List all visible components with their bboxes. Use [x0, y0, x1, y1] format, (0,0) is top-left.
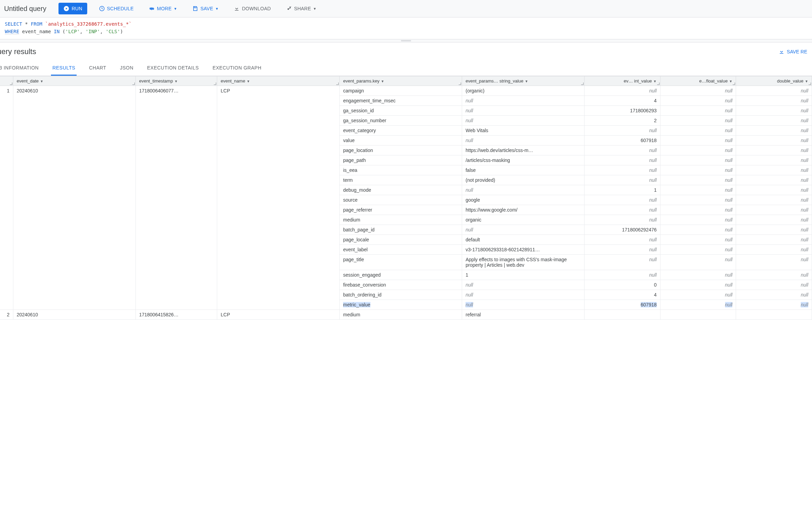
table-cell[interactable]: null [585, 145, 660, 155]
table-cell[interactable]: null [736, 165, 812, 175]
tab-chart[interactable]: CHART [88, 61, 107, 76]
col-event-date[interactable]: event_date▼ [13, 76, 135, 86]
table-cell[interactable]: 20240610 [13, 86, 135, 309]
table-cell[interactable]: page_path [340, 155, 462, 165]
table-cell[interactable]: null [736, 195, 812, 205]
column-menu-icon[interactable]: ▼ [729, 79, 732, 83]
table-cell[interactable]: null [462, 96, 585, 105]
table-cell[interactable]: v3-1718006293318-6021428911… [462, 244, 585, 254]
table-cell[interactable]: null [660, 175, 736, 185]
table-cell[interactable]: ga_session_number [340, 115, 462, 125]
table-cell[interactable]: null [660, 155, 736, 165]
table-cell[interactable]: null [585, 86, 660, 96]
table-cell[interactable]: null [660, 125, 736, 135]
table-cell[interactable]: null [736, 290, 812, 300]
column-menu-icon[interactable]: ▼ [525, 79, 528, 83]
table-cell[interactable]: null [462, 115, 585, 125]
sql-editor[interactable]: SELECT * FROM `analytics_337268677.event… [0, 17, 812, 39]
table-cell[interactable]: null [660, 244, 736, 254]
table-cell[interactable]: Web Vitals [462, 125, 585, 135]
table-cell[interactable]: Apply effects to images with CSS's mask-… [462, 254, 585, 270]
table-cell[interactable]: null [585, 244, 660, 254]
table-cell[interactable]: google [462, 195, 585, 205]
table-cell[interactable]: null [660, 96, 736, 105]
table-cell[interactable]: null [585, 254, 660, 270]
table-cell[interactable] [736, 309, 812, 319]
column-menu-icon[interactable]: ▼ [174, 79, 178, 83]
table-cell[interactable]: null [585, 125, 660, 135]
table-cell[interactable]: null [660, 225, 736, 235]
table-cell[interactable]: null [660, 290, 736, 300]
table-cell[interactable]: null [585, 155, 660, 165]
table-cell[interactable]: null [660, 165, 736, 175]
table-cell[interactable]: null [660, 254, 736, 270]
table-cell[interactable]: medium [340, 215, 462, 225]
column-menu-icon[interactable]: ▼ [40, 79, 43, 83]
table-cell[interactable]: null [736, 86, 812, 96]
table-cell[interactable]: 4 [585, 290, 660, 300]
table-cell[interactable]: 1718006415826… [135, 309, 217, 319]
table-cell[interactable]: 1718006406077… [135, 86, 217, 309]
table-cell[interactable]: null [660, 280, 736, 290]
table-cell[interactable]: null [585, 195, 660, 205]
table-cell[interactable]: 0 [585, 280, 660, 290]
table-cell[interactable]: session_engaged [340, 270, 462, 280]
table-cell[interactable]: 1 [585, 185, 660, 195]
table-cell[interactable]: null [736, 244, 812, 254]
table-cell[interactable]: null [660, 135, 736, 145]
table-cell[interactable]: null [736, 105, 812, 115]
table-cell[interactable]: null [660, 105, 736, 115]
table-cell[interactable]: 607918 [585, 135, 660, 145]
table-cell[interactable]: null [462, 135, 585, 145]
table-cell[interactable]: page_location [340, 145, 462, 155]
table-cell[interactable]: 4 [585, 96, 660, 105]
table-cell[interactable]: 1718006293 [585, 105, 660, 115]
column-menu-icon[interactable]: ▼ [381, 79, 384, 83]
col-row-number[interactable] [0, 76, 13, 86]
results-grid-wrap[interactable]: event_date▼ event_timestamp▼ event_name▼… [0, 76, 812, 320]
table-cell[interactable]: campaign [340, 86, 462, 96]
table-cell[interactable]: event_category [340, 125, 462, 135]
col-event-params-key[interactable]: event_params.key▼ [340, 76, 462, 86]
run-button[interactable]: RUN [58, 3, 87, 14]
download-button[interactable]: DOWNLOAD [230, 3, 274, 14]
col-string-value[interactable]: event_params… string_value▼ [462, 76, 585, 86]
table-cell[interactable]: 20240610 [13, 309, 135, 319]
table-cell[interactable]: 1 [462, 270, 585, 280]
table-cell[interactable]: null [660, 195, 736, 205]
schedule-button[interactable]: SCHEDULE [95, 3, 137, 14]
table-cell[interactable]: medium [340, 309, 462, 319]
table-cell[interactable]: event_label [340, 244, 462, 254]
tab-json[interactable]: JSON [119, 61, 135, 76]
table-cell[interactable]: null [736, 155, 812, 165]
table-cell[interactable]: null [462, 300, 585, 309]
table-cell[interactable]: null [660, 115, 736, 125]
table-cell[interactable]: null [736, 125, 812, 135]
table-cell[interactable]: null [585, 165, 660, 175]
col-float-value[interactable]: e…float_value▼ [660, 76, 736, 86]
table-cell[interactable]: null [736, 225, 812, 235]
table-cell[interactable]: 607918 [585, 300, 660, 309]
more-button[interactable]: MORE ▼ [145, 3, 181, 14]
table-cell[interactable]: null [462, 105, 585, 115]
table-cell[interactable]: referral [462, 309, 585, 319]
table-cell[interactable]: /articles/css-masking [462, 155, 585, 165]
table-cell[interactable]: false [462, 165, 585, 175]
table-cell[interactable]: LCP [217, 86, 340, 309]
table-cell[interactable] [660, 309, 736, 319]
table-cell[interactable]: value [340, 135, 462, 145]
table-cell[interactable]: null [585, 235, 660, 244]
table-cell[interactable]: page_referrer [340, 205, 462, 215]
save-results-button[interactable]: SAVE RE [778, 49, 807, 55]
table-cell[interactable]: null [660, 205, 736, 215]
panel-resize-handle[interactable] [0, 39, 812, 42]
table-cell[interactable]: metric_value [340, 300, 462, 309]
table-cell[interactable]: null [736, 205, 812, 215]
table-cell[interactable]: null [462, 225, 585, 235]
table-cell[interactable]: 1718006292476 [585, 225, 660, 235]
column-menu-icon[interactable]: ▼ [653, 79, 657, 83]
table-cell[interactable]: null [736, 135, 812, 145]
share-button[interactable]: SHARE ▼ [283, 3, 320, 14]
col-int-value[interactable]: ev… int_value▼ [585, 76, 660, 86]
tab-execution-graph[interactable]: EXECUTION GRAPH [211, 61, 263, 76]
